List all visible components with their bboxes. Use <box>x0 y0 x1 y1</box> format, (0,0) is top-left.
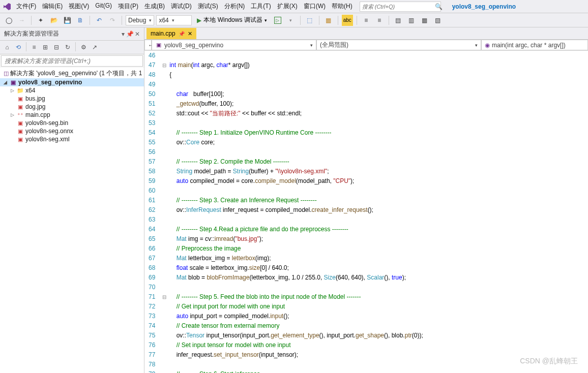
menu-item[interactable]: Git(G) <box>92 1 115 12</box>
file-node[interactable]: ▣yolov8n-seg.bin <box>0 119 144 127</box>
main-toolbar: ◯ → ✦ 📂 💾 🗎 ↶ ↷ Debug▾ x64▾ ▶本地 Windows … <box>0 13 588 27</box>
menu-item[interactable]: 文件(F) <box>13 1 39 12</box>
menu-item[interactable]: 扩展(X) <box>274 1 301 12</box>
config-combo[interactable]: Debug▾ <box>126 15 154 25</box>
project-label[interactable]: yolov8_seg_openvino <box>449 2 519 11</box>
nav-icon[interactable]: ↔ <box>144 40 152 50</box>
file-node[interactable]: ▣dog.jpg <box>0 103 144 111</box>
sync-icon[interactable]: ⟲ <box>13 42 23 52</box>
back-icon[interactable]: ◯ <box>3 15 14 26</box>
file-node[interactable]: ▷⁺⁺main.cpp <box>0 111 144 119</box>
menu-item[interactable]: 调试(D) <box>168 1 195 12</box>
new-file-icon[interactable]: ✦ <box>35 15 46 26</box>
menu-item[interactable]: 编辑(E) <box>39 1 66 12</box>
outdent-icon[interactable]: ≡ <box>374 15 385 26</box>
nav-member[interactable]: ◉main(int argc, char * argv[]) <box>481 40 588 50</box>
tool-icon[interactable]: ⬚ <box>304 15 315 26</box>
fold-gutter[interactable]: ⊟ ⊟ <box>162 51 169 373</box>
watermark: CSDN @乱蜂朝王 <box>520 357 578 366</box>
tab-main-cpp[interactable]: main.cpp 📌 ✕ <box>146 28 196 39</box>
menu-item[interactable]: 测试(S) <box>195 1 221 12</box>
save-all-icon[interactable]: 🗎 <box>75 15 86 26</box>
start-debug-button[interactable]: ▶本地 Windows 调试器▾ <box>194 15 270 26</box>
project-node[interactable]: ◢▣yolov8_seg_openvino <box>0 78 144 86</box>
solution-node[interactable]: ◫解决方案 'yolov8_seg_openvino' (1 个项目，共 1 个… <box>0 69 144 78</box>
nav-scope[interactable]: ▣yolov8_seg_openvino▾ <box>152 40 316 50</box>
file-node[interactable]: ▣yolov8n-seg.xml <box>0 135 144 143</box>
undo-icon[interactable]: ↶ <box>94 15 105 26</box>
menu-item[interactable]: 生成(B) <box>141 1 168 12</box>
menu-item[interactable]: 项目(P) <box>115 1 141 12</box>
pin-icon[interactable]: 📌 <box>179 31 185 37</box>
uncomment-icon[interactable]: ▥ <box>406 15 417 26</box>
panel-toolbar: ⌂ ⟲ ≡ ⊞ ⊟ ↻ ⚙ ↗ <box>0 41 144 54</box>
code-text[interactable]: int main(int argc, char* argv[]) { char … <box>169 51 423 373</box>
comment-icon[interactable]: ▤ <box>393 15 404 26</box>
global-search[interactable]: 🔍 <box>360 2 441 12</box>
show-all-icon[interactable]: ⊞ <box>40 42 50 52</box>
forward-icon[interactable]: → <box>16 15 27 26</box>
nav-bar: ↔ ▣yolov8_seg_openvino▾ (全局范围)▾ ◉main(in… <box>144 40 588 51</box>
menu-item[interactable]: 帮助(H) <box>329 1 356 12</box>
search-input[interactable] <box>360 4 435 10</box>
editor-area: main.cpp 📌 ✕ ↔ ▣yolov8_seg_openvino▾ (全局… <box>144 27 588 373</box>
redo-icon[interactable]: ↷ <box>107 15 118 26</box>
vs-logo-icon <box>2 2 12 12</box>
close-icon[interactable]: ✕ <box>188 30 192 37</box>
platform-combo[interactable]: x64▾ <box>156 15 192 25</box>
folder-node[interactable]: ▷📁x64 <box>0 86 144 95</box>
menu-item[interactable]: 视图(V) <box>66 1 92 12</box>
preview-icon[interactable]: ↗ <box>90 42 100 52</box>
menubar: 文件(F)编辑(E)视图(V)Git(G)项目(P)生成(B)调试(D)测试(S… <box>0 0 588 13</box>
dropdown-icon[interactable]: ▾ <box>285 15 297 26</box>
home-icon[interactable]: ⌂ <box>2 42 12 52</box>
panel-search[interactable] <box>1 55 143 67</box>
solution-tree[interactable]: ◫解决方案 'yolov8_seg_openvino' (1 个项目，共 1 个… <box>0 68 144 373</box>
tool2-icon[interactable]: ▦ <box>323 15 334 26</box>
code-editor[interactable]: 46 47 48 49 50 51 52 53 54 55 56 57 58 5… <box>144 51 588 373</box>
editor-tabs: main.cpp 📌 ✕ <box>144 27 588 40</box>
start-no-debug-icon[interactable]: ▷ <box>272 15 283 26</box>
collapse-icon[interactable]: ⊟ <box>51 42 62 52</box>
bookmark-icon[interactable]: ▦ <box>419 15 430 26</box>
refresh-icon[interactable]: ↻ <box>63 42 73 52</box>
misc-icon[interactable]: ▧ <box>432 15 444 26</box>
close-icon[interactable]: ✕ <box>135 30 140 38</box>
filter-icon[interactable]: ≡ <box>29 42 39 52</box>
file-node[interactable]: ▣bus.jpg <box>0 95 144 103</box>
highlight-icon[interactable]: abc <box>342 15 353 26</box>
line-gutter: 46 47 48 49 50 51 52 53 54 55 56 57 58 5… <box>144 51 162 373</box>
properties-icon[interactable]: ⚙ <box>78 42 89 52</box>
nav-context[interactable]: (全局范围)▾ <box>316 40 481 50</box>
panel-title: 解决方案资源管理器 ▾ 📌 ✕ <box>0 27 144 41</box>
file-node[interactable]: ▣yolov8n-seg.onnx <box>0 127 144 135</box>
open-icon[interactable]: 📂 <box>48 15 60 26</box>
indent-icon[interactable]: ≡ <box>361 15 372 26</box>
menu-item[interactable]: 分析(N) <box>221 1 248 12</box>
save-icon[interactable]: 💾 <box>62 15 73 26</box>
menu-item[interactable]: 窗口(W) <box>301 1 329 12</box>
menu-item[interactable]: 工具(T) <box>248 1 274 12</box>
search-icon: 🔍 <box>435 3 443 10</box>
solution-explorer: 解决方案资源管理器 ▾ 📌 ✕ ⌂ ⟲ ≡ ⊞ ⊟ ↻ ⚙ ↗ ◫解决方案 'y… <box>0 27 144 373</box>
pin-icon[interactable]: ▾ 📌 <box>122 30 134 38</box>
